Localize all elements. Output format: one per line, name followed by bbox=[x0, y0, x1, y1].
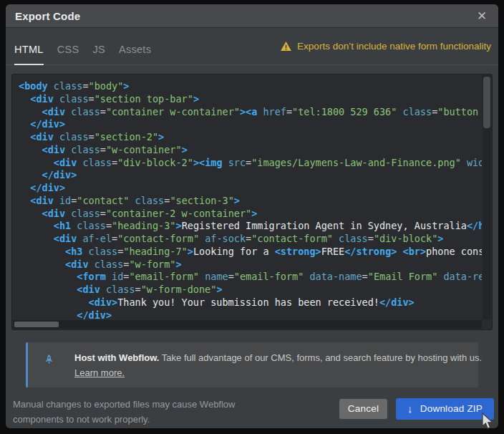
hosting-banner: Host with Webflow. Take full advantage o… bbox=[26, 342, 478, 387]
code-line: <div class="w-container"> bbox=[19, 144, 482, 157]
rocket-icon bbox=[43, 354, 55, 366]
vertical-scrollbar[interactable] bbox=[483, 75, 491, 319]
footer-note-line2: components to not work properly. bbox=[13, 412, 235, 427]
code-line: <div class="section top-bar"> bbox=[19, 93, 482, 106]
horizontal-scrollbar[interactable] bbox=[13, 320, 482, 329]
code-content: <body class="body"> <div class="section … bbox=[12, 74, 482, 319]
tab-bar: HTML CSS JS Assets Exports don’t include… bbox=[6, 28, 498, 65]
cancel-button[interactable]: Cancel bbox=[339, 399, 387, 419]
warning-icon bbox=[281, 42, 291, 52]
tab-js[interactable]: JS bbox=[92, 44, 105, 65]
code-line: <form id="email-form" name="email-form" … bbox=[19, 271, 482, 284]
code-editor[interactable]: <body class="body"> <div class="section … bbox=[11, 74, 493, 330]
code-line: <div>Thank you! Your submission has been… bbox=[19, 296, 482, 309]
warning-text: Exports don’t include native form functi… bbox=[297, 41, 491, 52]
form-warning: Exports don’t include native form functi… bbox=[281, 41, 491, 52]
code-line: <body class="body"> bbox=[19, 80, 482, 93]
dialog-title: Export Code bbox=[15, 10, 80, 22]
download-zip-label: Download ZIP bbox=[420, 403, 483, 414]
code-line: </div> bbox=[19, 118, 482, 131]
footer-buttons: Cancel ↓ Download ZIP bbox=[339, 397, 494, 420]
footer-note: Manual changes to exported files may cau… bbox=[13, 397, 235, 427]
tabbar-divider bbox=[6, 64, 498, 65]
code-line: <div class="section-2"> bbox=[19, 131, 482, 144]
code-line: <div class="w-form"> bbox=[19, 259, 482, 271]
tab-html[interactable]: HTML bbox=[14, 44, 44, 65]
tab-css[interactable]: CSS bbox=[57, 44, 79, 65]
close-icon[interactable]: ✕ bbox=[474, 9, 490, 24]
horizontal-scrollbar-thumb[interactable] bbox=[14, 322, 59, 327]
code-line: </div> bbox=[19, 169, 482, 182]
dialog-titlebar: Export Code ✕ bbox=[6, 4, 498, 28]
hosting-banner-text: Host with Webflow. Take full advantage o… bbox=[74, 350, 482, 380]
code-line: <div class="w-form-done"> bbox=[19, 284, 482, 296]
code-line: <div class="container w-container"><a hr… bbox=[19, 106, 482, 119]
vertical-scrollbar-thumb[interactable] bbox=[483, 77, 490, 128]
download-icon: ↓ bbox=[407, 403, 413, 414]
code-line: <div class="container-2 w-container"> bbox=[19, 208, 482, 221]
export-code-dialog: Export Code ✕ HTML CSS JS Assets Exports… bbox=[6, 4, 498, 428]
code-line: <div class="div-block-2"><img src="image… bbox=[19, 157, 482, 170]
code-line: </div> bbox=[19, 309, 482, 320]
code-line: <h3 class="heading-7">Looking for a <str… bbox=[19, 246, 482, 259]
footer-note-line1: Manual changes to exported files may cau… bbox=[13, 397, 235, 412]
banner-description: Take full advantage of our CMS, forms, a… bbox=[159, 352, 482, 363]
download-zip-button[interactable]: ↓ Download ZIP bbox=[396, 398, 494, 420]
code-line: </div> bbox=[19, 182, 482, 195]
code-line: <div af-el="contact-form" af-sock="conta… bbox=[19, 233, 482, 246]
tab-assets[interactable]: Assets bbox=[119, 44, 151, 65]
banner-title: Host with Webflow. bbox=[74, 352, 159, 363]
code-line: <h1 class="heading-3">Registered Immigra… bbox=[19, 220, 482, 233]
learn-more-link[interactable]: Learn more. bbox=[74, 367, 125, 378]
code-line: <div id="contact" class="section-3"> bbox=[19, 195, 482, 208]
